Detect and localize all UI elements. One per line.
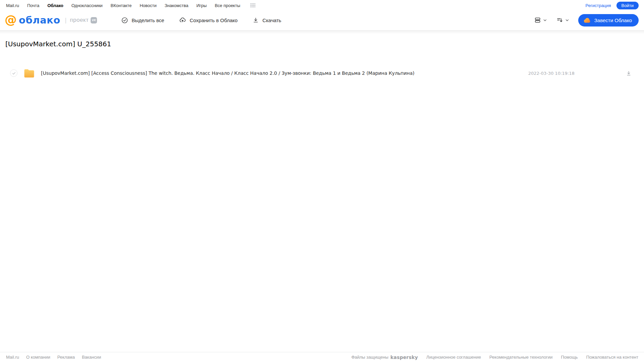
list-view-icon [534,16,541,24]
chevron-down-icon [565,18,569,22]
check-circle-icon [121,17,128,24]
topnav-link-odnoklassniki[interactable]: Одноклассники [71,3,103,8]
file-date: 2022-03-30 10:19:18 [528,71,575,76]
folder-icon [24,69,35,78]
topnav-link-igry[interactable]: Игры [196,3,207,8]
footer-left-links: Mail.ru О компании Реклама Вакансии [6,355,101,360]
main-content: [UsupovMarket.com] U_255861 [UsupovM [0,40,644,81]
cloud-orange-icon [584,17,591,23]
vk-logo-icon: VK [91,17,97,23]
header-right-controls: Завести Облако [534,14,639,27]
create-cloud-label: Завести Облако [594,17,632,23]
save-to-cloud-button[interactable]: Сохранить в Облако [179,17,238,24]
footer-link-about[interactable]: О компании [26,355,50,360]
topnav-link-znakomstva[interactable]: Знакомства [164,3,188,8]
footer-link-ads[interactable]: Реклама [57,355,75,360]
cloud-logo-text: облако [19,14,60,26]
cloud-header: @ облако | проект VK Выделить все Сохран… [0,10,644,30]
row-download-icon[interactable] [626,70,632,76]
sort-icon [556,16,563,24]
topnav-link-novosti[interactable]: Новости [140,3,156,8]
check-icon [12,71,16,75]
file-actions-toolbar: Выделить все Сохранить в Облако Скачать [121,17,281,24]
logo-divider: | [65,17,67,24]
footer-link-jobs[interactable]: Вакансии [82,355,101,360]
kaspersky-protection: Файлы защищены kaspersky [351,355,418,360]
footer-link-mailru[interactable]: Mail.ru [6,355,19,360]
portal-links: Mail.ru Почта Облако Одноклассники ВКонт… [6,3,255,8]
topnav-link-vkontakte[interactable]: ВКонтакте [111,3,132,8]
project-vk-label: проект [70,17,89,23]
protected-label: Файлы защищены [351,355,388,360]
create-cloud-button[interactable]: Завести Облако [578,14,639,27]
cloud-upload-icon [179,17,186,24]
download-icon [252,17,259,23]
download-button[interactable]: Скачать [252,17,281,23]
topnav-link-oblako[interactable]: Облако [47,3,63,8]
select-all-button[interactable]: Выделить все [121,17,164,24]
file-name-link[interactable]: [UsupovMarket.com] [Access Consciousness… [41,70,528,76]
row-checkbox[interactable] [10,69,17,77]
file-row[interactable]: [UsupovMarket.com] [Access Consciousness… [0,65,644,81]
page-title: [UsupovMarket.com] U_255861 [5,40,639,48]
footer-link-recommendations[interactable]: Рекомендательные технологии [489,355,552,360]
file-list: [UsupovMarket.com] [Access Consciousness… [0,65,644,81]
registration-link[interactable]: Регистрация [586,3,611,8]
topnav-link-all-projects[interactable]: Все проекты [215,3,240,8]
view-mode-dropdown[interactable] [534,16,547,24]
select-all-label: Выделить все [132,17,164,23]
footer-link-license[interactable]: Лицензионное соглашение [426,355,481,360]
apps-grid-icon[interactable] [250,3,255,7]
portal-auth: Регистрация Войти [586,2,639,9]
login-button[interactable]: Войти [616,2,639,9]
topnav-link-pochta[interactable]: Почта [27,3,39,8]
sort-dropdown[interactable] [556,16,569,24]
footer-link-help[interactable]: Помощь [561,355,578,360]
save-to-cloud-label: Сохранить в Облако [190,17,238,23]
portal-navbar: Mail.ru Почта Облако Одноклассники ВКонт… [0,0,644,10]
kaspersky-logo[interactable]: kaspersky [390,355,418,360]
footer-right-links: Файлы защищены kaspersky Лицензионное со… [351,355,638,360]
footer-link-report[interactable]: Пожаловаться на контент [586,355,638,360]
topnav-link-mailru[interactable]: Mail.ru [6,3,19,8]
download-label: Скачать [262,17,281,23]
cloud-logo[interactable]: @ облако | проект VK [5,14,97,26]
footer: Mail.ru О компании Реклама Вакансии Файл… [0,352,644,362]
mailru-at-icon: @ [5,14,17,26]
chevron-down-icon [543,18,547,22]
header-shadow [0,30,644,34]
